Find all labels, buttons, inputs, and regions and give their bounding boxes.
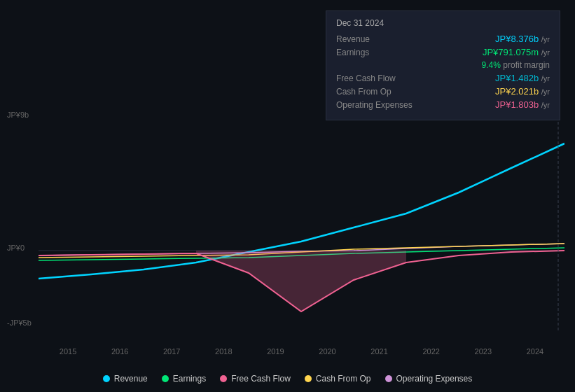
fcf-value: JP¥1.482b /yr (495, 73, 550, 83)
tooltip-row-revenue: Revenue JP¥8.376b /yr (336, 34, 550, 44)
legend-dot-earnings (162, 375, 169, 382)
fcf-label: Free Cash Flow (336, 74, 396, 83)
tooltip-row-cashop: Cash From Op JP¥2.021b /yr (336, 86, 550, 97)
y-label-top: JP¥9b (7, 111, 29, 119)
x-label-2024: 2024 (527, 347, 543, 356)
cashop-value: JP¥2.021b /yr (495, 86, 550, 97)
x-label-2017: 2017 (163, 347, 180, 356)
legend-dot-cashop (305, 375, 312, 382)
legend-item-fcf[interactable]: Free Cash Flow (220, 374, 291, 384)
x-label-2015: 2015 (60, 347, 76, 356)
x-label-2020: 2020 (319, 347, 335, 356)
tooltip-box: Dec 31 2024 Revenue JP¥8.376b /yr Earnin… (326, 10, 560, 120)
legend-dot-opex (385, 375, 392, 382)
chart-container: Dec 31 2024 Revenue JP¥8.376b /yr Earnin… (0, 0, 575, 392)
legend-dot-fcf (220, 375, 227, 382)
legend-label-cashop: Cash From Op (316, 374, 371, 384)
legend-label-fcf: Free Cash Flow (231, 374, 291, 384)
x-label-2018: 2018 (215, 347, 232, 356)
earnings-label: Earnings (336, 48, 369, 57)
cashop-label: Cash From Op (336, 87, 392, 97)
revenue-value: JP¥8.376b /yr (495, 34, 550, 44)
opex-value: JP¥1.803b /yr (495, 99, 550, 110)
y-label-mid: JP¥0 (7, 244, 25, 252)
tooltip-title: Dec 31 2024 (336, 18, 550, 28)
x-axis: 2015 2016 2017 2018 2019 2020 2021 2022 … (0, 347, 575, 356)
legend-item-cashop[interactable]: Cash From Op (305, 374, 371, 384)
legend-item-earnings[interactable]: Earnings (162, 374, 206, 384)
earnings-value: JP¥791.075m /yr (483, 47, 550, 57)
x-label-2022: 2022 (422, 347, 439, 356)
tooltip-row-opex: Operating Expenses JP¥1.803b /yr (336, 99, 550, 110)
legend: Revenue Earnings Free Cash Flow Cash Fro… (0, 374, 575, 384)
x-label-2023: 2023 (475, 347, 492, 356)
x-label-2019: 2019 (267, 347, 284, 356)
x-label-2021: 2021 (370, 347, 387, 356)
legend-label-opex: Operating Expenses (396, 374, 473, 384)
main-chart (39, 112, 564, 332)
legend-label-earnings: Earnings (173, 374, 206, 384)
legend-item-opex[interactable]: Operating Expenses (385, 374, 473, 384)
tooltip-row-earnings: Earnings JP¥791.075m /yr (336, 47, 550, 57)
opex-label: Operating Expenses (336, 100, 413, 110)
legend-label-revenue: Revenue (114, 374, 148, 384)
profit-margin-row: 9.4% profit margin (336, 60, 550, 70)
y-label-bot: -JP¥5b (7, 318, 32, 327)
profit-margin-value: 9.4% profit margin (482, 60, 550, 70)
legend-dot-revenue (103, 375, 110, 382)
x-label-2016: 2016 (111, 347, 128, 356)
legend-item-revenue[interactable]: Revenue (103, 374, 148, 384)
tooltip-row-fcf: Free Cash Flow JP¥1.482b /yr (336, 73, 550, 83)
revenue-label: Revenue (336, 34, 370, 44)
